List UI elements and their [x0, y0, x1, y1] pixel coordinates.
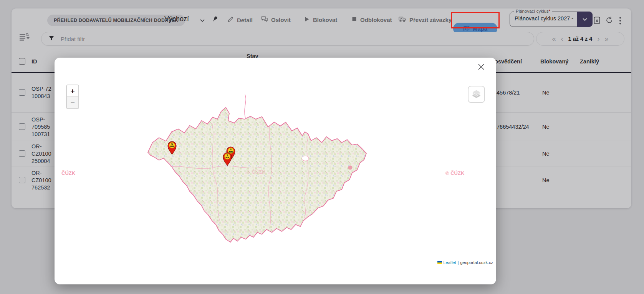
urban-area-patch [348, 166, 353, 170]
czech-republic-map[interactable]: S HH S HH S HH [55, 58, 496, 284]
map-layers-button[interactable] [468, 86, 485, 103]
zoom-in-button[interactable]: + [67, 85, 78, 97]
attribution-divider: | [458, 260, 459, 265]
close-icon[interactable] [476, 62, 486, 72]
urban-area-patch [302, 156, 309, 161]
zoom-out-button[interactable]: − [67, 97, 78, 108]
cuzk-watermark: © ČÚZK [445, 170, 464, 176]
svg-text:HH: HH [170, 145, 174, 148]
layers-icon [471, 88, 482, 100]
cuzk-watermark: © ČÚZK [247, 169, 265, 175]
ukraine-flag-icon [437, 261, 442, 264]
attribution-provider: geoportal.cuzk.cz [460, 260, 493, 265]
svg-text:HH: HH [225, 156, 229, 159]
svg-text:HH: HH [229, 150, 233, 153]
map-modal: S HH S HH S HH ČÚZK © ČÚZK © ČÚZK + − [55, 58, 496, 284]
leaflet-link[interactable]: Leaflet [444, 260, 456, 265]
map-attribution: Leaflet | geoportal.cuzk.cz [437, 260, 493, 265]
region-boundary-line [245, 95, 246, 118]
cuzk-watermark: ČÚZK [61, 170, 75, 176]
map-zoom-control: + − [66, 85, 79, 109]
